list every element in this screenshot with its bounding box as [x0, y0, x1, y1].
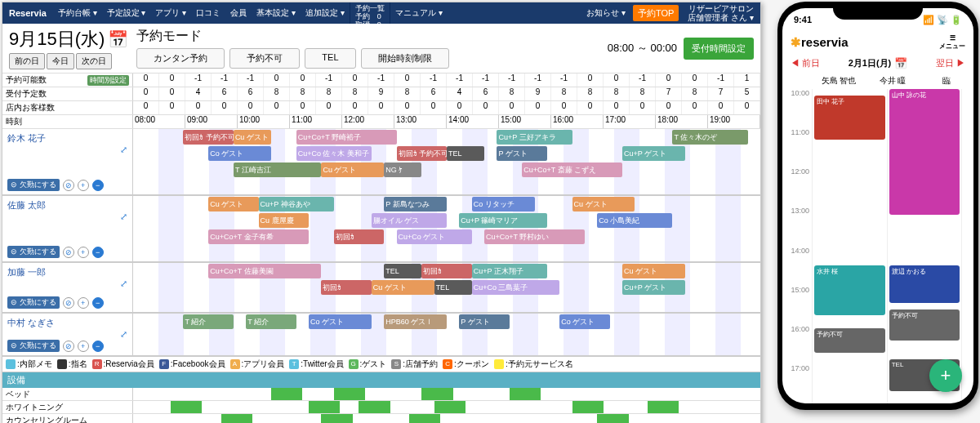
staff-name[interactable]: 中村 なぎさ: [7, 317, 127, 329]
equipment-block[interactable]: [321, 414, 352, 423]
expand-icon[interactable]: ⤢: [7, 212, 127, 222]
nav-extra[interactable]: 追加設定 ▾: [301, 2, 350, 24]
equipment-block[interactable]: [334, 388, 365, 400]
absent-button[interactable]: ⊝ 欠勤にする: [7, 246, 60, 258]
nav-member[interactable]: 会員: [225, 2, 252, 24]
appointment[interactable]: Cu+Co+T 斎藤 こずえ: [522, 163, 622, 177]
equipment-timeline[interactable]: [133, 414, 760, 423]
equipment-timeline[interactable]: [133, 401, 760, 413]
nav-manual[interactable]: マニュアル ▾: [390, 2, 448, 24]
equipment-block[interactable]: [597, 414, 628, 423]
time-settings-button[interactable]: 時間別設定: [87, 75, 129, 86]
plus-icon[interactable]: +: [78, 341, 89, 352]
appointment[interactable]: Cu+Co+T 金子有希: [208, 229, 309, 244]
phone-appointment[interactable]: 田中 花子: [814, 96, 885, 140]
appointment[interactable]: TEL: [447, 146, 484, 161]
minus-icon[interactable]: −: [92, 247, 104, 258]
appointment[interactable]: P ゲスト: [497, 146, 546, 161]
appointment[interactable]: Cu ゲスト: [572, 197, 635, 212]
staff-timeline[interactable]: Cu ゲストCu+P 神谷あやP 新島なつみCo リタッチCu ゲストCu 鹿屋…: [133, 196, 760, 261]
equipment-block[interactable]: [171, 401, 202, 413]
appointment[interactable]: 腸オイル ゲス: [372, 213, 447, 228]
mode-tel[interactable]: TEL: [305, 48, 355, 69]
staff-name[interactable]: 佐藤 太郎: [7, 199, 127, 212]
staff-name[interactable]: 加藤 一郎: [7, 266, 127, 278]
appointment[interactable]: Cu+P 正木翔子: [472, 264, 547, 278]
equipment-timeline[interactable]: [133, 388, 760, 400]
phone-lane-1[interactable]: 山中 詠の花渡辺 かおる予約不可TEL: [887, 89, 962, 403]
equipment-block[interactable]: [409, 414, 440, 423]
calendar-icon[interactable]: 📅: [108, 29, 128, 49]
appointment[interactable]: T 江崎吉江: [234, 163, 322, 177]
appointment[interactable]: Cu ゲスト: [208, 197, 258, 212]
phone-timeline[interactable]: 10:0011:0012:0013:0014:0015:0016:0017:00…: [782, 89, 973, 403]
appointment[interactable]: Cu+P 神谷あや: [259, 197, 334, 212]
appointment[interactable]: TEL: [434, 280, 472, 295]
reservation-summary[interactable]: 予約一覧 予約 0 取消 0: [350, 2, 390, 24]
nav-review[interactable]: 口コミ: [191, 2, 225, 24]
minus-icon[interactable]: −: [92, 180, 104, 191]
today-button[interactable]: 今日: [47, 53, 74, 69]
appointment[interactable]: P 新島なつみ: [384, 197, 447, 212]
clear-icon[interactable]: ⊘: [63, 247, 74, 258]
appointment[interactable]: Co 小島美紀: [597, 213, 672, 228]
expand-icon[interactable]: ⤢: [7, 278, 127, 289]
staff-timeline[interactable]: T 紹介T 紹介Co ゲストHPB60 ゲスｌP ゲストCo ゲスト: [133, 314, 760, 355]
equipment-block[interactable]: [572, 401, 604, 413]
prev-day-button[interactable]: 前の日: [9, 53, 45, 69]
equipment-block[interactable]: [421, 388, 452, 400]
nav-basic[interactable]: 基本設定 ▾: [252, 2, 301, 24]
expand-icon[interactable]: ⤢: [7, 329, 127, 340]
equipment-block[interactable]: [510, 388, 541, 400]
equipment-block[interactable]: [309, 401, 340, 413]
appointment[interactable]: 初回ｶ 予約不可: [397, 146, 447, 161]
appointment[interactable]: Cu+Co+T 佐藤美園: [208, 264, 321, 278]
nav-app[interactable]: アプリ ▾: [150, 2, 191, 24]
reception-hours-button[interactable]: 受付時間設定: [684, 38, 754, 60]
appointment[interactable]: HPB60 ゲスｌ: [384, 314, 447, 329]
nav-ledger[interactable]: 予約台帳 ▾: [53, 2, 102, 24]
equipment-block[interactable]: [271, 388, 302, 400]
absent-button[interactable]: ⊝ 欠勤にする: [7, 179, 60, 191]
clear-icon[interactable]: ⊘: [63, 341, 74, 352]
appointment[interactable]: Co ゲスト: [559, 314, 609, 329]
phone-appointment[interactable]: 渡辺 かおる: [889, 265, 960, 303]
phone-lane-0[interactable]: 田中 花子水井 桜予約不可: [812, 89, 887, 403]
appointment[interactable]: T 佐々木のぞ: [672, 130, 747, 145]
next-day-button[interactable]: 次の日: [76, 53, 112, 69]
appointment[interactable]: 初回ｶ: [334, 229, 384, 244]
appointment[interactable]: Cu+P 篠崎マリア: [459, 213, 547, 228]
staff-name[interactable]: 鈴木 花子: [7, 132, 127, 145]
appointment[interactable]: T 紹介: [183, 314, 233, 329]
phone-appointment[interactable]: 予約不可: [814, 328, 885, 354]
absent-button[interactable]: ⊝ 欠勤にする: [7, 296, 60, 309]
appointment[interactable]: Cu+P ゲスト: [622, 280, 685, 295]
staff-timeline[interactable]: Cu+Co+T 佐藤美園TEL初回ｶCu+P 正木翔子Cu ゲスト初回ｶCu ゲ…: [133, 263, 760, 312]
appointment[interactable]: P ゲスト: [459, 314, 509, 329]
appointment[interactable]: 初回ｶ: [421, 264, 471, 278]
phone-menu-button[interactable]: ☰メニュー: [939, 34, 965, 51]
phone-lane-2[interactable]: [961, 89, 973, 403]
appointment[interactable]: TEL: [384, 264, 421, 278]
clear-icon[interactable]: ⊘: [63, 297, 74, 309]
appointment[interactable]: Co ゲスト: [309, 314, 372, 329]
nav-schedule[interactable]: 予定設定 ▾: [102, 2, 151, 24]
appointment[interactable]: Cu+Co+T 野崎裕子: [296, 130, 397, 145]
appointment[interactable]: Cu+P 三好アキラ: [497, 130, 572, 145]
appointment[interactable]: Cu 鹿屋慶: [259, 213, 309, 228]
reservation-top-button[interactable]: 予約TOP: [633, 5, 679, 21]
appointment[interactable]: Cu+Co+T 野村ゆい: [484, 229, 585, 244]
equipment-block[interactable]: [434, 401, 466, 413]
absent-button[interactable]: ⊝ 欠勤にする: [7, 340, 60, 352]
clear-icon[interactable]: ⊘: [63, 180, 74, 191]
equipment-block[interactable]: [359, 401, 390, 413]
appointment[interactable]: T 紹介: [246, 314, 296, 329]
appointment[interactable]: 初回ｶ: [321, 280, 371, 295]
user-info[interactable]: リザービアサロン 店舗管理者 さん ▾: [681, 2, 760, 24]
mode-starttime[interactable]: 開始時刻制限: [361, 48, 449, 69]
appointment[interactable]: Cu+Co 佐々木 美和子: [296, 146, 372, 161]
mode-easy[interactable]: カンタン予約: [136, 48, 225, 69]
phone-prev-day[interactable]: ◀ 前日: [791, 57, 820, 69]
phone-appointment[interactable]: 予約不可: [889, 309, 960, 341]
equipment-block[interactable]: [221, 414, 252, 423]
